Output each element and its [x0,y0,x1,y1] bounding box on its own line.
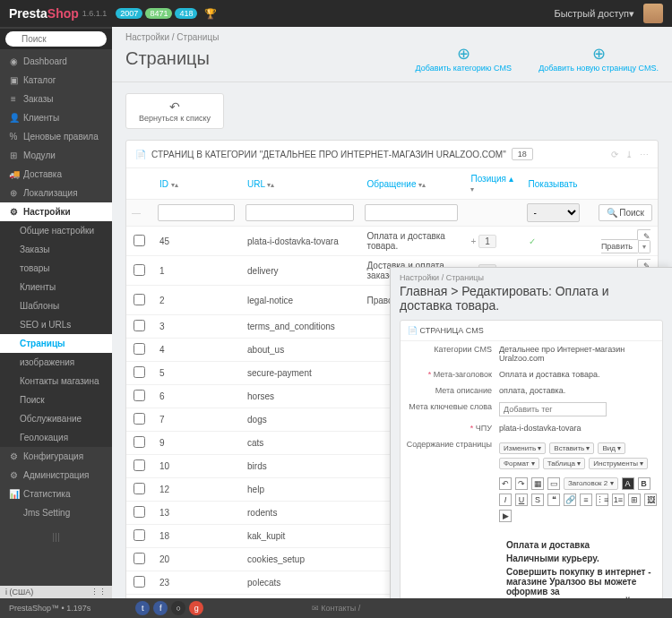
sidebar-subitem[interactable]: Общие настройки [0,221,112,240]
editor-menubar: Изменить ▾Вставить ▾Вид ▾Формат ▾Таблица… [499,440,662,475]
version: 1.6.1.1 [82,9,108,18]
strike-icon[interactable]: S [531,494,544,506]
image-icon[interactable]: ▦ [531,477,544,490]
user-avatar[interactable] [643,4,663,23]
editor-menu-item[interactable]: Вид ▾ [598,442,625,454]
row-checkbox[interactable] [134,413,145,425]
facebook-icon[interactable]: f [153,601,168,615]
sidebar-item[interactable]: Jms Setting [0,503,112,522]
sidebar-item[interactable]: ⊕Локализация [0,184,112,202]
video-icon[interactable]: ▶ [499,510,512,522]
sql-icon[interactable]: ⋯ [640,150,649,159]
sidebar-subitem[interactable]: Геолокация [0,428,112,447]
main: Настройки / Страницы Страницы ⊕ Добавить… [112,27,672,618]
page-header: Страницы ⊕ Добавить категорию CMS ⊕ Доба… [112,44,672,82]
list-ol-icon[interactable]: 1≡ [612,494,625,506]
row-checkbox[interactable] [134,436,145,448]
sidebar-subitem[interactable]: Поиск [0,391,112,409]
row-checkbox[interactable] [134,506,145,518]
row-dropdown[interactable]: ▾ [639,240,650,253]
row-checkbox[interactable] [134,529,145,541]
sidebar-item[interactable]: %Ценовые правила [0,127,112,146]
github-icon[interactable]: ○ [171,601,185,615]
row-checkbox[interactable] [134,390,145,401]
editor-menu-item[interactable]: Таблица ▾ [543,458,586,469]
edit-overlay: Настройки / Страницы Главная > Редактиро… [390,267,672,618]
sidebar-item[interactable]: ▣Каталог [0,71,112,90]
row-checkbox[interactable] [134,235,145,246]
refresh-icon[interactable]: ⟳ [611,150,618,159]
redo-icon[interactable]: ↷ [515,477,528,490]
gplus-icon[interactable]: g [189,601,203,615]
row-checkbox[interactable] [134,366,145,378]
filter-id[interactable] [158,204,235,221]
sidebar-subitem[interactable]: SEO и URLs [0,315,112,334]
row-checkbox[interactable] [134,459,145,471]
export-icon[interactable]: ⤓ [625,150,633,159]
row-count: 18 [512,148,533,160]
sidebar-item[interactable]: ⚙Администрация [0,466,112,485]
topbar-badges: 2007 8471 418 [116,8,197,19]
row-checkbox[interactable] [134,343,145,355]
row-checkbox[interactable] [134,264,145,276]
row-checkbox[interactable] [134,294,145,305]
badge-3[interactable]: 418 [175,8,197,19]
align-left-icon[interactable]: ≡ [580,494,592,506]
editor-menu-item[interactable]: Формат ▾ [499,458,539,469]
image2-icon[interactable]: 🖼 [644,494,657,506]
row-checkbox[interactable] [134,483,145,494]
sidebar-item[interactable]: ⚙Настройки [0,202,112,221]
sidebar-subitem[interactable]: Страницы [0,334,112,353]
sidebar-item[interactable]: ⚙Конфигурация [0,447,112,466]
filter-show[interactable]: - [527,203,580,222]
add-page-button[interactable]: ⊕ Добавить новую страницу CMS. [538,44,659,73]
contacts-link[interactable]: ✉ Контакты / [312,604,360,613]
row-checkbox[interactable] [134,553,145,564]
link-icon[interactable]: 🔗 [564,494,576,506]
overlay-breadcrumb: Настройки / Страницы [391,268,672,284]
row-checkbox[interactable] [134,320,145,331]
italic-icon[interactable]: I [499,494,512,506]
row-checkbox[interactable] [134,576,145,588]
table-icon[interactable]: ⊞ [628,494,641,506]
filter-url[interactable] [246,204,354,221]
badge-1[interactable]: 2007 [116,8,142,19]
font-color-icon[interactable]: A [622,477,634,490]
sidebar-subitem[interactable]: Клиенты [0,278,112,296]
underline-icon[interactable]: U [515,494,528,506]
add-category-button[interactable]: ⊕ Добавить категорию CMS [416,44,513,73]
quick-access[interactable]: Быстрый доступ▾ [554,8,634,20]
trophy-icon[interactable]: 🏆 [204,8,217,20]
quote-icon[interactable]: ❝ [547,494,560,506]
bold-icon[interactable]: B [638,477,650,490]
editor-menu-item[interactable]: Изменить ▾ [499,442,546,454]
sidebar-item[interactable]: ⊞Модули [0,146,112,165]
sidebar-item[interactable]: ◉Dashboard [0,52,112,71]
sidebar-subitem[interactable]: Заказы [0,240,112,259]
badge-2[interactable]: 8471 [145,8,172,19]
media-icon[interactable]: ▭ [547,477,560,490]
twitter-icon[interactable]: t [135,601,150,615]
list-ul-icon[interactable]: ⋮≡ [596,494,608,506]
undo-icon[interactable]: ↶ [499,477,512,490]
editor-menu-item[interactable]: Инструменты ▾ [589,458,648,469]
filter-title[interactable] [365,204,458,221]
folder-icon: 📄 [135,150,146,159]
sidebar-subitem[interactable]: Обслуживание [0,409,112,428]
sidebar-subitem[interactable]: Контакты магазина [0,372,112,391]
sidebar-item[interactable]: 🚚Доставка [0,165,112,184]
sidebar-item[interactable]: ≡Заказы [0,90,112,108]
sidebar-subitem[interactable]: товары [0,259,112,278]
sidebar-subitem[interactable]: Шаблоны [0,296,112,315]
heading-select[interactable]: Заголовок 2 ▾ [564,477,618,490]
filter-search-button[interactable]: 🔍 Поиск [599,204,653,221]
overlay-title: Главная > Редактировать: Оплата и достав… [391,284,672,320]
sidebar-item[interactable]: 👤Клиенты [0,108,112,127]
meta-keywords-input[interactable] [499,402,607,416]
sidebar-search [0,29,112,49]
editor-menu-item[interactable]: Вставить ▾ [549,442,594,454]
back-button[interactable]: ↶ Вернуться к списку [125,93,224,129]
sidebar-item[interactable]: 📊Статистика [0,485,112,503]
search-input[interactable] [5,31,107,47]
sidebar-subitem[interactable]: изображения [0,353,112,372]
